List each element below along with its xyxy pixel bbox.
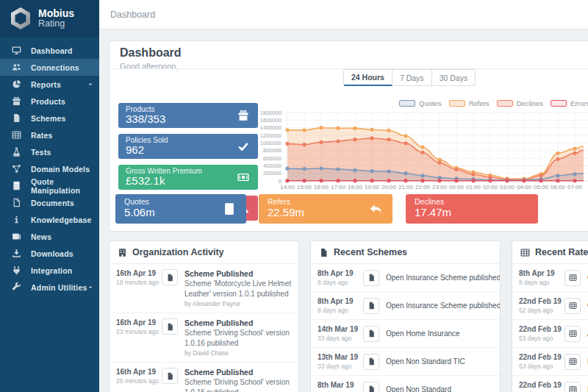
legend-item-refers[interactable]: Refers <box>449 99 490 107</box>
dashboard-card: Dashboard Good afternoon, 24 Hours7 Days… <box>109 40 588 232</box>
sidebar-item-quote-manipulation[interactable]: Quote Manipulation <box>0 177 99 194</box>
list-item[interactable]: 22nd Feb 1953 days agoPCOnlineF <box>512 376 588 392</box>
list-item[interactable]: 22nd Feb 1952 days agoOpen.Bas <box>512 292 588 320</box>
sidebar-item-products[interactable]: Products <box>0 93 99 110</box>
item-icon-box <box>162 269 178 285</box>
svg-text:15:00: 15:00 <box>297 184 312 190</box>
list-item[interactable]: 13th Mar 1933 days agoOpen Non Standard … <box>311 348 500 376</box>
item-icon-box <box>162 368 178 384</box>
item-time-ago: 33 days ago <box>318 335 363 342</box>
item-icon-box <box>162 318 178 335</box>
svg-text:00:00: 00:00 <box>449 184 465 190</box>
panel-header: Recent Rates <box>512 241 588 264</box>
sidebar-item-connections[interactable]: Connections <box>0 59 99 76</box>
item-date: 8th Apr 19 <box>318 269 363 277</box>
sidebar-item-integration[interactable]: Integration <box>0 262 99 279</box>
sidebar-item-documents[interactable]: Documents <box>0 194 99 211</box>
stat-label: Gross Written Premium <box>126 167 251 175</box>
metric-card-declines[interactable]: Declines17.47m <box>406 194 538 224</box>
calculator-icon <box>12 181 21 190</box>
list-item[interactable]: 8th Apr 198 days agoOpenCust <box>512 264 588 292</box>
range-tab-24-hours[interactable]: 24 Hours <box>343 69 392 86</box>
list-item[interactable]: 14th Mar 1933 days agoOpen Home Insuranc… <box>311 320 500 348</box>
range-tab-30-days[interactable]: 30 Days <box>432 69 476 86</box>
item-time-ago: 33 days ago <box>318 363 363 370</box>
sidebar-item-news[interactable]: News <box>0 228 99 245</box>
table-icon <box>569 329 577 338</box>
sidebar-item-admin-utilities[interactable]: Admin Utilities <box>0 279 99 296</box>
building-icon <box>118 248 127 257</box>
legend-item-errors[interactable]: Errors <box>551 99 588 107</box>
file-icon <box>368 329 376 338</box>
wrench-icon <box>12 282 21 292</box>
file-icon <box>12 113 21 123</box>
legend-label: Declines <box>517 99 543 107</box>
range-tab-7-days[interactable]: 7 Days <box>392 69 432 86</box>
file-icon <box>368 385 376 392</box>
check-icon <box>237 140 249 152</box>
metric-card-quotes[interactable]: Quotes5.06m <box>115 194 246 224</box>
item-icon-box <box>363 270 379 286</box>
list-item[interactable]: 22nd Feb 1953 days agoNewModsu <box>512 348 588 376</box>
info-icon <box>12 215 21 224</box>
calculator-icon <box>223 202 236 215</box>
list-item[interactable]: 16th Apr 1926 minutes agoScheme Publishe… <box>110 363 298 392</box>
list-item[interactable]: 16th Apr 1918 minutes agoScheme Publishe… <box>110 264 298 313</box>
item-icon-box <box>564 298 581 314</box>
item-icon-box <box>363 382 379 392</box>
list-item[interactable]: 8th Apr 198 days agoOpen Insurance Schem… <box>311 292 500 320</box>
svg-text:14:00: 14:00 <box>280 184 295 190</box>
item-title: Scheme Published <box>184 368 292 377</box>
item-time-ago: 18 minutes ago <box>116 279 162 286</box>
stat-card-gross-written-premium[interactable]: Gross Written Premium£532.1k <box>118 165 258 190</box>
page-subtitle: Good afternoon, <box>120 62 179 71</box>
item-time-ago: 8 days ago <box>519 279 564 286</box>
monitor-icon <box>12 46 21 55</box>
legend-label: Errors <box>570 99 588 107</box>
item-meta: 8th Apr 198 days ago <box>318 269 363 286</box>
item-meta: 13th Mar 1933 days ago <box>318 353 363 370</box>
item-meta: 22nd Feb 1953 days ago <box>519 353 564 370</box>
item-text: Open Insurance Scheme published SC04 <box>386 302 501 310</box>
sidebar-item-label: Products <box>31 97 65 106</box>
legend-label: Refers <box>469 99 490 107</box>
file-icon <box>166 372 174 380</box>
stat-card-policies-sold[interactable]: Policies Sold962 <box>118 134 258 159</box>
money-icon <box>237 171 249 183</box>
brand-logo[interactable]: Mobius Rating <box>0 0 99 37</box>
item-description: Scheme 'Motorcycle Live Helmet Leather' … <box>184 279 292 299</box>
list-item[interactable]: 16th Apr 1923 minutes agoScheme Publishe… <box>110 313 298 363</box>
sidebar-item-label: Dashboard <box>31 46 73 55</box>
sidebar-item-downloads[interactable]: Downloads <box>0 245 99 262</box>
item-meta: 8th Apr 198 days ago <box>318 297 363 314</box>
stat-card-products[interactable]: Products338/353 <box>118 103 258 128</box>
legend-item-quotes[interactable]: Quotes <box>399 99 442 107</box>
item-meta: 8th Mar 1938 days ago <box>318 381 363 392</box>
sidebar-item-rates[interactable]: Rates <box>0 126 99 143</box>
legend-item-declines[interactable]: Declines <box>497 99 543 107</box>
page-title: Dashboard <box>120 46 182 60</box>
item-date: 14th Mar 19 <box>318 325 363 333</box>
metric-label: Quotes <box>124 197 237 206</box>
item-title: Scheme Published <box>184 269 292 278</box>
list-item[interactable]: 8th Apr 198 days agoOpen Insurance Schem… <box>311 264 500 292</box>
list-item[interactable]: 8th Mar 1938 days agoOpen Non Standard <box>311 376 500 392</box>
breadcrumb: Dashboard <box>110 10 155 20</box>
svg-text:06:00: 06:00 <box>551 184 566 190</box>
item-date: 16th Apr 19 <box>116 269 162 277</box>
brand-name: Mobius <box>38 8 74 19</box>
sidebar-item-domain-models[interactable]: Domain Models <box>0 160 99 177</box>
users-icon <box>12 63 21 72</box>
sidebar-item-label: Domain Models <box>31 165 90 174</box>
sidebar-item-dashboard[interactable]: Dashboard <box>0 42 99 59</box>
plug-icon <box>12 266 21 275</box>
sidebar-item-reports[interactable]: Reports <box>0 76 99 93</box>
list-item[interactable]: 22nd Feb 1953 days agoAGNSO.H <box>512 320 588 348</box>
gift-icon <box>237 110 249 121</box>
sidebar-item-schemes[interactable]: Schemes <box>0 110 99 126</box>
caret-down-icon <box>87 285 93 291</box>
sidebar-item-tests[interactable]: Tests <box>0 143 99 160</box>
metric-card-refers[interactable]: Refers22.59m <box>259 194 392 224</box>
sidebar-item-label: Quote Manipulation <box>31 177 93 195</box>
sidebar-item-knowledgebase[interactable]: Knowledgebase <box>0 211 99 228</box>
